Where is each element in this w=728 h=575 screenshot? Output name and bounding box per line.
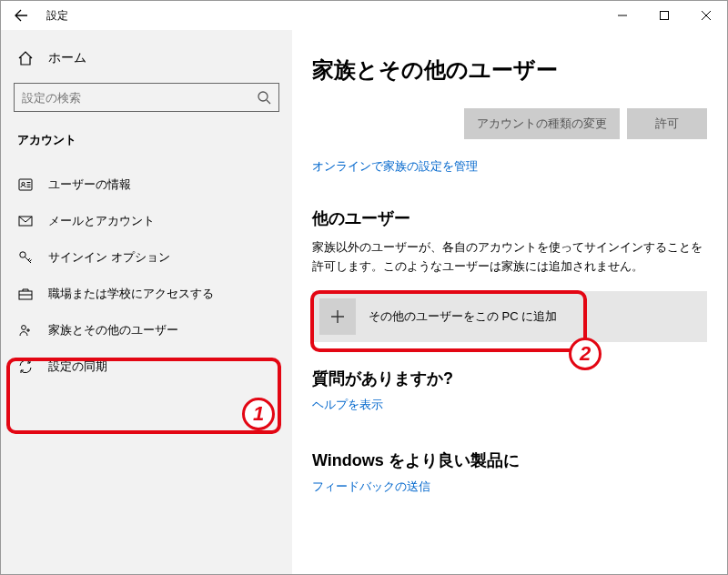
content-area: ホーム アカウント ユーザーの情報 メールとアカウント サインイン オプション … [1, 30, 727, 574]
plus-box [319, 298, 356, 335]
sidebar-section-header: アカウント [1, 125, 292, 156]
nav-list: ユーザーの情報 メールとアカウント サインイン オプション 職場または学校にアク… [1, 166, 292, 385]
briefcase-icon [17, 286, 34, 302]
sidebar-item-work[interactable]: 職場または学校にアクセスする [1, 276, 292, 312]
email-icon [17, 213, 34, 229]
maximize-button[interactable] [643, 1, 685, 30]
svg-point-7 [22, 326, 26, 330]
help-link[interactable]: ヘルプを表示 [312, 397, 707, 413]
search-icon [257, 90, 271, 105]
account-buttons-row: アカウントの種類の変更 許可 [312, 108, 707, 139]
search-box[interactable] [14, 83, 279, 112]
home-icon [17, 50, 34, 66]
sidebar-item-label: 設定の同期 [48, 358, 107, 375]
other-users-desc: 家族以外のユーザーが、各自のアカウントを使ってサインインすることを許可します。こ… [312, 238, 707, 277]
close-button[interactable] [685, 1, 727, 30]
manage-family-link[interactable]: オンラインで家族の設定を管理 [312, 159, 478, 173]
svg-point-1 [258, 92, 268, 101]
feedback-link[interactable]: フィードバックの送信 [312, 479, 707, 495]
back-arrow-icon [14, 8, 28, 23]
home-label: ホーム [48, 50, 86, 66]
question-title: 質問がありますか? [312, 368, 707, 389]
plus-icon [329, 308, 346, 325]
window-title: 設定 [46, 8, 68, 24]
add-user-button[interactable]: その他のユーザーをこの PC に追加 [312, 291, 707, 342]
sync-icon [17, 358, 34, 375]
sidebar-item-label: ユーザーの情報 [48, 177, 131, 193]
sidebar-item-sync[interactable]: 設定の同期 [1, 348, 292, 385]
user-info-icon [17, 177, 34, 193]
sidebar-item-label: メールとアカウント [48, 213, 155, 229]
maximize-icon [660, 11, 669, 20]
main-panel: 家族とその他のユーザー アカウントの種類の変更 許可 オンラインで家族の設定を管… [292, 30, 727, 574]
allow-button[interactable]: 許可 [627, 108, 707, 139]
sidebar-item-family[interactable]: 家族とその他のユーザー [1, 312, 292, 348]
sidebar-item-label: サインイン オプション [48, 249, 170, 266]
page-title: 家族とその他のユーザー [312, 55, 707, 85]
better-windows-title: Windows をより良い製品に [312, 449, 707, 471]
sidebar-item-signin[interactable]: サインイン オプション [1, 239, 292, 276]
titlebar-left: 設定 [12, 6, 68, 25]
sidebar-item-label: 職場または学校にアクセスする [48, 286, 214, 302]
home-nav[interactable]: ホーム [1, 43, 292, 74]
key-icon [17, 249, 34, 266]
titlebar: 設定 [1, 1, 727, 30]
minimize-icon [618, 11, 627, 20]
add-user-label: その他のユーザーをこの PC に追加 [369, 308, 557, 325]
svg-rect-0 [661, 12, 669, 20]
change-account-type-button[interactable]: アカウントの種類の変更 [464, 108, 620, 139]
back-button[interactable] [12, 6, 30, 25]
sidebar-item-label: 家族とその他のユーザー [48, 322, 178, 338]
close-icon [702, 11, 711, 20]
sidebar: ホーム アカウント ユーザーの情報 メールとアカウント サインイン オプション … [1, 30, 292, 574]
minimize-button[interactable] [602, 1, 643, 30]
sidebar-item-email[interactable]: メールとアカウント [1, 203, 292, 239]
sidebar-item-your-info[interactable]: ユーザーの情報 [1, 166, 292, 203]
window-controls [602, 1, 727, 30]
family-icon [17, 322, 34, 338]
other-users-title: 他のユーザー [312, 207, 707, 229]
search-input[interactable] [22, 91, 257, 105]
